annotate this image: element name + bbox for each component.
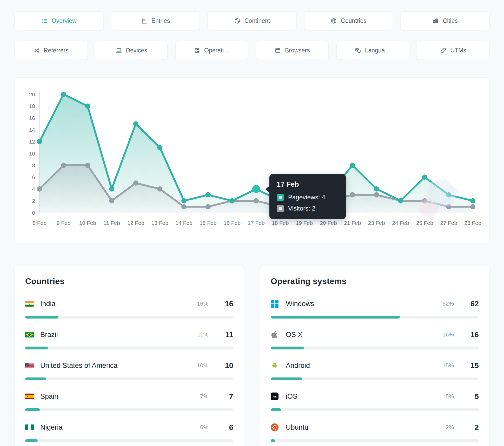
tab-continent[interactable]: Continent [208, 11, 296, 30]
stat-bar-fill [271, 439, 275, 442]
tab-label: Operati… [204, 47, 230, 54]
svg-text:14 Feb: 14 Feb [175, 220, 192, 226]
svg-text:21 Feb: 21 Feb [344, 220, 361, 226]
svg-text:25 Feb: 25 Feb [416, 220, 433, 226]
stat-bar-track [25, 377, 233, 380]
stat-bar-fill [25, 347, 48, 349]
svg-text:18: 18 [29, 103, 35, 109]
stat-row-spain: Spain7%7 [25, 391, 233, 411]
stat-name: Android [286, 362, 310, 370]
svg-text:9 Feb: 9 Feb [57, 220, 71, 226]
tab-label: Cities [443, 17, 458, 24]
stat-bar-fill [25, 408, 40, 411]
svg-text:4: 4 [32, 186, 35, 192]
svg-text:12 Feb: 12 Feb [127, 220, 144, 226]
language-icon: AZ [355, 47, 361, 54]
stat-bar-fill [271, 408, 281, 411]
tab-label: Devices [126, 47, 147, 54]
stat-row-ios: iosiOS5%5 [271, 391, 479, 411]
stat-bar-track [25, 408, 233, 411]
tooltip-pageviews-text: Pageviews: 4 [288, 194, 325, 201]
tab-devices[interactable]: Devices [95, 41, 168, 60]
stat-name: Ubuntu [286, 423, 308, 431]
list-icon [41, 18, 48, 24]
stat-bar-fill [25, 316, 58, 319]
chart-tooltip: 17 Feb Pageviews: 4 Visitors: 2 [269, 174, 346, 219]
stats-panels: CountriesIndia16%16Brazil11%11United Sta… [15, 266, 489, 446]
panel-title: Operating systems [271, 276, 479, 286]
stat-percent: 5% [446, 393, 454, 400]
svg-text:28 Feb: 28 Feb [464, 220, 481, 226]
stat-value: 11 [215, 330, 233, 339]
tab-countries[interactable]: Countries [304, 11, 393, 30]
india-flag [25, 300, 34, 308]
tooltip-pageviews-row: Pageviews: 4 [277, 194, 339, 201]
link-icon [440, 47, 447, 54]
stat-row-android: Android15%15 [271, 360, 479, 380]
tab-row-primary: OverviewEntriesContinentCountriesCities [15, 11, 489, 30]
svg-text:15 Feb: 15 Feb [200, 220, 216, 226]
svg-text:16 Feb: 16 Feb [224, 220, 241, 226]
tab-entries[interactable]: Entries [111, 11, 200, 30]
stat-value: 62 [460, 300, 479, 308]
stat-value: 7 [215, 392, 233, 401]
stat-value: 6 [215, 423, 233, 432]
stat-row-india: India16%16 [25, 299, 233, 319]
tab-label: Overview [52, 17, 77, 24]
stat-bar-track [25, 347, 233, 349]
tab-overview[interactable]: Overview [15, 11, 103, 30]
spain-flag [25, 393, 34, 400]
stat-value: 10 [215, 361, 233, 370]
tab-langua[interactable]: AZLangua… [336, 41, 409, 60]
stat-name: India [40, 300, 56, 308]
stat-bar-track [271, 347, 479, 349]
tab-label: UTMs [450, 47, 466, 54]
svg-text:20: 20 [29, 91, 35, 97]
svg-text:0: 0 [32, 210, 35, 216]
continent-icon [234, 18, 241, 24]
stat-bar-fill [25, 377, 46, 380]
svg-text:17 Feb: 17 Feb [248, 220, 264, 226]
stat-percent: 10% [197, 362, 208, 369]
pageviews-legend-swatch [277, 194, 284, 201]
stat-name: iOS [286, 393, 297, 401]
svg-text:Z: Z [358, 50, 360, 52]
stat-row-os-x: OS X16%16 [271, 329, 479, 349]
stat-bar-track [25, 316, 233, 319]
stat-value: 5 [460, 392, 479, 401]
stat-row-windows: Windows62%62 [271, 299, 479, 319]
tab-label: Continent [244, 17, 270, 24]
tab-referrers[interactable]: Referrers [15, 41, 87, 60]
tab-row-secondary: ReferrersDevicesOperati…BrowsersAZLangua… [15, 41, 489, 60]
svg-text:23 Feb: 23 Feb [368, 220, 385, 226]
stat-value: 16 [215, 300, 233, 308]
shuffle-icon [33, 47, 40, 54]
tab-cities[interactable]: Cities [401, 11, 489, 30]
tooltip-visitors-row: Visitors: 2 [277, 205, 339, 212]
tab-operati[interactable]: Operati… [175, 41, 248, 60]
stat-value: 16 [460, 330, 479, 339]
stat-bar-track [25, 439, 233, 442]
tab-utms[interactable]: UTMs [417, 41, 489, 60]
stat-value: 2 [460, 423, 479, 432]
tab-label: Entries [151, 17, 170, 24]
traffic-chart[interactable]: 024681012141618208 Feb9 Feb10 Feb11 Feb1… [15, 78, 489, 233]
traffic-chart-card: 024681012141618208 Feb9 Feb10 Feb11 Feb1… [15, 77, 489, 243]
tab-browsers[interactable]: Browsers [256, 41, 329, 60]
stat-bar-track [271, 408, 479, 411]
stat-bar-fill [271, 316, 400, 319]
svg-text:11 Feb: 11 Feb [103, 220, 120, 226]
stat-percent: 15% [442, 362, 454, 369]
svg-text:14: 14 [29, 127, 35, 133]
ranking-icon [141, 18, 148, 24]
panel-operating-systems: Operating systemsWindows62%62OS X16%16An… [260, 266, 489, 446]
stat-name: United States of America [40, 362, 117, 370]
stat-percent: 16% [197, 300, 208, 307]
stat-bar-track [271, 377, 479, 380]
stat-percent: 16% [442, 331, 454, 338]
stat-name: Spain [40, 393, 58, 401]
laptop-icon [116, 47, 122, 54]
svg-text:18 Feb: 18 Feb [272, 220, 289, 226]
stat-name: OS X [286, 331, 303, 339]
browser-icon [275, 47, 281, 54]
